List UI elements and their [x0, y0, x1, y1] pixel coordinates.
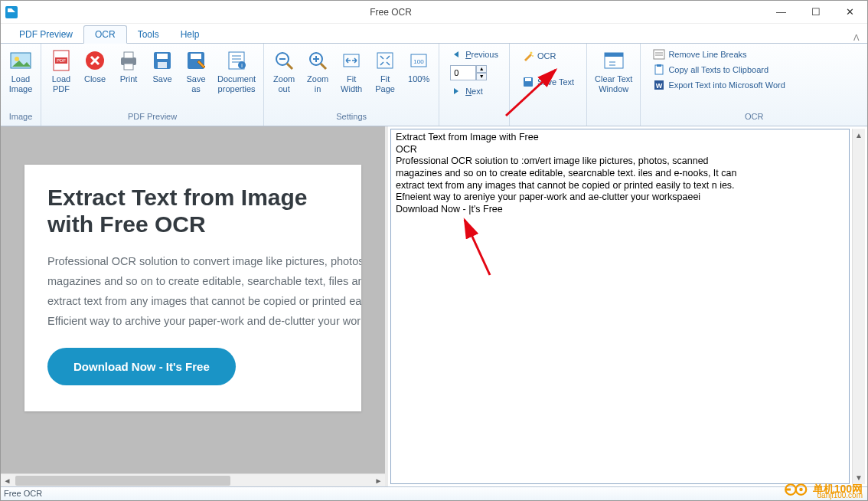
image-icon	[8, 48, 33, 73]
statusbar: Free OCR	[1, 486, 867, 500]
svg-rect-41	[657, 64, 661, 67]
group-settings-label: Settings	[264, 112, 439, 126]
titlebar: Free OCR — ☐ ✕	[1, 1, 867, 24]
svg-point-1	[15, 57, 19, 61]
remove-line-breaks-button[interactable]: Remove Line Breaks	[648, 47, 860, 62]
next-icon	[450, 85, 462, 97]
group-ocr-actions: OCR Save Text	[510, 44, 587, 126]
print-button[interactable]: Print	[112, 45, 145, 112]
svg-rect-49	[786, 489, 791, 491]
fit-width-button[interactable]: FitWidth	[334, 45, 368, 112]
collapse-ribbon-icon[interactable]: ᐱ	[853, 33, 860, 43]
group-text-ops-label: OCR	[641, 112, 867, 126]
fit-width-icon	[339, 48, 364, 73]
svg-line-22	[287, 64, 292, 69]
hscroll-thumb[interactable]	[15, 476, 230, 486]
svg-rect-36	[605, 53, 623, 57]
svg-rect-11	[158, 62, 167, 68]
menu-tabs: PDF Preview OCR Tools Help ᐱ	[1, 24, 867, 44]
wand-icon	[522, 50, 534, 62]
save-text-button[interactable]: Save Text	[517, 74, 579, 90]
fit-page-button[interactable]: FitPage	[368, 45, 402, 112]
svg-point-48	[799, 488, 803, 492]
ocr-button[interactable]: OCR	[517, 48, 579, 64]
download-now-button[interactable]: Download Now - It's Free	[47, 348, 236, 385]
group-pdf-preview: PDF LoadPDF Close Print Save Saveas i	[41, 44, 264, 126]
ribbon: LoadImage Image PDF LoadPDF Close Print …	[1, 44, 867, 126]
close-window-button[interactable]: ✕	[833, 1, 867, 24]
page-input[interactable]	[450, 65, 476, 80]
zoom-out-icon	[272, 48, 296, 73]
properties-icon: i	[224, 48, 249, 73]
ocr-text-editor[interactable]: Extract Text from Image with FreeOCRProf…	[390, 129, 850, 484]
svg-text:W: W	[656, 82, 663, 90]
svg-rect-10	[157, 54, 168, 59]
page-up-button[interactable]: ▲	[476, 65, 487, 73]
fit-page-icon	[373, 48, 397, 73]
print-icon	[116, 48, 141, 73]
copy-all-texts-button[interactable]: Copy all Texts to Clipboard	[648, 62, 860, 77]
remove-breaks-icon	[653, 48, 665, 61]
load-pdf-button[interactable]: PDF LoadPDF	[44, 45, 78, 112]
tab-pdf-preview[interactable]: PDF Preview	[8, 26, 83, 43]
zoom-out-button[interactable]: Zoomout	[267, 45, 301, 112]
pdf-preview-pane: Extract Text from Image with Free OCR Pr…	[1, 126, 388, 486]
doc-properties-button[interactable]: i Documentproperties	[213, 45, 260, 112]
scroll-up-icon[interactable]: ▲	[853, 129, 865, 142]
clear-text-window-button[interactable]: Clear TextWindow	[590, 45, 637, 112]
save-text-icon	[522, 76, 534, 88]
100-percent-icon: 100	[406, 48, 431, 73]
svg-point-31	[530, 52, 532, 54]
clear-window-icon	[602, 48, 626, 73]
tab-tools[interactable]: Tools	[127, 26, 170, 43]
app-icon	[5, 6, 18, 18]
svg-rect-7	[124, 52, 133, 58]
svg-rect-34	[525, 78, 531, 81]
status-text: Free OCR	[4, 489, 42, 498]
zoom-in-icon	[305, 48, 330, 73]
page-spinner[interactable]: ▲ ▼	[450, 65, 498, 80]
tab-ocr[interactable]: OCR	[83, 25, 127, 44]
group-image-label: Image	[1, 112, 41, 126]
save-as-icon	[184, 48, 208, 73]
save-as-button[interactable]: Saveas	[179, 45, 213, 112]
tab-help[interactable]: Help	[170, 26, 210, 43]
group-settings: Zoomout Zoomin FitWidth FitPage 100 100%…	[264, 44, 439, 126]
word-icon: W	[653, 79, 665, 91]
preview-heading: Extract Text from Image with Free OCR	[47, 185, 338, 237]
close-button[interactable]: Close	[78, 45, 112, 112]
minimize-button[interactable]: —	[764, 1, 798, 24]
load-image-button[interactable]: LoadImage	[4, 45, 38, 112]
watermark: 单机100网 danji100.com	[784, 482, 863, 497]
window-title: Free OCR	[18, 7, 764, 18]
group-pdf-preview-label: PDF Preview	[41, 112, 263, 126]
svg-rect-8	[124, 64, 133, 70]
text-output-pane: Extract Text from Image with FreeOCRProf…	[388, 126, 867, 486]
group-clear: Clear TextWindow	[587, 44, 641, 126]
scroll-left-icon[interactable]: ◄	[1, 474, 14, 486]
preview-body: Professional OCR solution to convert ima…	[47, 251, 338, 331]
previous-icon	[450, 48, 462, 61]
vertical-scrollbar[interactable]: ▲ ▼	[852, 129, 865, 484]
100-percent-button[interactable]: 100 100%	[402, 45, 436, 112]
pdf-icon: PDF	[49, 48, 73, 73]
page-down-button[interactable]: ▼	[476, 73, 487, 80]
group-image: LoadImage Image	[1, 44, 41, 126]
preview-page: Extract Text from Image with Free OCR Pr…	[24, 165, 361, 411]
horizontal-scrollbar[interactable]: ◄ ►	[1, 473, 385, 486]
content-area: Extract Text from Image with Free OCR Pr…	[1, 126, 867, 486]
zoom-in-button[interactable]: Zoomin	[301, 45, 334, 112]
watermark-url: danji100.com	[817, 491, 863, 499]
next-button[interactable]: Next	[445, 84, 503, 99]
save-button[interactable]: Save	[145, 45, 179, 112]
previous-button[interactable]: Previous	[445, 47, 503, 62]
maximize-button[interactable]: ☐	[798, 1, 833, 24]
svg-rect-13	[191, 54, 201, 59]
save-icon	[150, 48, 175, 73]
scroll-right-icon[interactable]: ►	[372, 474, 385, 486]
svg-rect-28	[377, 53, 393, 68]
watermark-logo-icon	[784, 482, 811, 497]
svg-line-26	[321, 64, 326, 69]
preview-viewport[interactable]: Extract Text from Image with Free OCR Pr…	[1, 126, 385, 473]
export-word-button[interactable]: W Export Text into Microsoft Word	[648, 77, 860, 93]
